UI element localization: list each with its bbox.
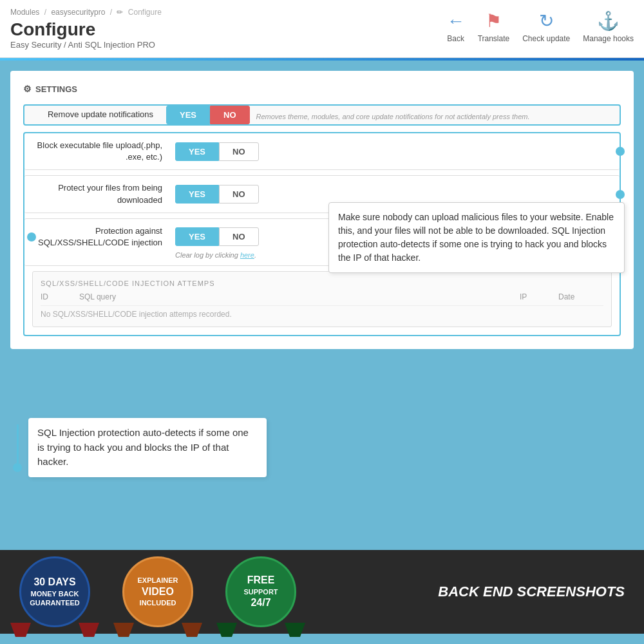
badge-explainer: EXPLAINER VIDEO INCLUDED [122,556,193,627]
badge-free-line2: SUPPORT [243,587,278,596]
toggle-no-sql[interactable]: NO [219,227,259,246]
badge-free-line1: FREE [247,574,275,587]
toggle-block-upload: YES NO [175,142,259,161]
col-id: ID [41,292,79,301]
top-actions: ← Back ⚑ Translate ↻ Check update ⚓ Mana… [447,10,634,43]
toggle-no-block-upload[interactable]: NO [219,142,259,161]
injection-table: SQL/XSS/SHELL/CODE INJECTION ATTEMPS ID … [32,271,612,327]
badge-explainer-wrapper: EXPLAINER VIDEO INCLUDED [122,556,193,627]
main-area: ⚙ SETTINGS Remove update notifications Y… [0,61,644,550]
hint-notifications: Removes theme, modules, and core update … [256,113,620,120]
badge-free-line3: 24/7 [251,596,270,610]
translate-icon: ⚑ [486,10,502,32]
toggle-no-protect-files[interactable]: NO [219,185,259,204]
badge-explainer-line1: EXPLAINER [138,576,178,585]
callout-bottom-wrapper: SQL Injection protection auto-detects if… [13,418,267,477]
settings-title: ⚙ SETTINGS [23,84,621,94]
callout-dot-upload [616,147,625,156]
badge-explainer-line3: INCLUDED [140,598,176,607]
table-header: ID SQL query IP Date [41,292,603,306]
anchor-icon: ⚓ [597,10,620,32]
top-bar: Modules / easysecuritypro / ✏ Configure … [0,0,644,58]
breadcrumb-modules[interactable]: Modules [10,8,39,17]
clear-log-link[interactable]: here [240,251,254,259]
setting-label-sql: Protection against SQL/XSS/SHELL/CODE in… [33,225,175,249]
setting-label-block-upload: Block executable file upload(.php, .exe,… [33,140,175,163]
badge-30-line1: 30 DAYS [33,576,75,589]
callout-dot-files [616,190,625,199]
table-title: SQL/XSS/SHELL/CODE INJECTION ATTEMPS [41,279,603,287]
callout-bubble-bottom: SQL Injection protection auto-detects if… [28,418,267,477]
check-update-button[interactable]: ↻ Check update [522,10,570,43]
check-update-label: Check update [522,34,570,43]
back-label: Back [447,34,464,43]
callout-dot-left-sql [27,232,36,242]
badge-explainer-line2: VIDEO [142,585,174,599]
toggle-no-notifications[interactable]: NO [210,106,250,124]
toggle-yes-sql[interactable]: YES [175,227,219,246]
translate-button[interactable]: ⚑ Translate [478,10,510,43]
col-sql: SQL query [79,292,520,301]
setting-row-block-upload: Block executable file upload(.php, .exe,… [24,133,620,170]
badge-30-line2: MONEY BACK [31,589,79,598]
toggle-yes-protect-files[interactable]: YES [175,185,219,204]
badge-30: 30 DAYS MONEY BACK GUARANTEED [19,556,90,627]
toggle-protect-files: YES NO [175,185,259,204]
badge-30-wrapper: 30 DAYS MONEY BACK GUARANTEED [19,556,90,627]
back-button[interactable]: ← Back [447,11,465,43]
breadcrumb-configure: Configure [128,8,162,17]
toggle-yes-block-upload[interactable]: YES [175,142,219,161]
col-ip: IP [520,292,558,301]
settings-gear-icon: ⚙ [23,84,32,94]
setting-label-protect-files: Protect your files from being downloaded [33,182,175,205]
toggle-sql: YES NO [175,227,259,246]
back-end-text: BACK END SCREENSHOTS [438,583,625,600]
back-icon: ← [447,11,465,32]
badge-free-wrapper: FREE SUPPORT 24/7 [225,556,296,627]
toggle-notifications: YES NO [166,106,250,124]
toggle-yes-notifications[interactable]: YES [166,106,210,124]
table-empty: No SQL/XSS/SHELL/CODE injection attemps … [41,310,603,319]
badge-free: FREE SUPPORT 24/7 [225,556,296,627]
setting-label-notifications: Remove update notifications [24,109,166,120]
check-update-icon: ↻ [539,10,554,32]
translate-label: Translate [478,34,510,43]
col-date: Date [558,292,603,301]
bottom-bar: 30 DAYS MONEY BACK GUARANTEED EXPLAINER … [0,550,644,634]
clear-log: Clear log by clicking here. [33,251,256,259]
manage-hooks-label: Manage hooks [583,34,634,43]
setting-row-notifications: Remove update notifications YES NO Remov… [23,104,621,126]
breadcrumb-easysecuritypro[interactable]: easysecuritypro [51,8,105,17]
manage-hooks-button[interactable]: ⚓ Manage hooks [583,10,634,43]
badge-30-line3: GUARANTEED [30,598,80,607]
callout-bubble-top: Make sure nobody can upload malicious fi… [328,202,625,273]
